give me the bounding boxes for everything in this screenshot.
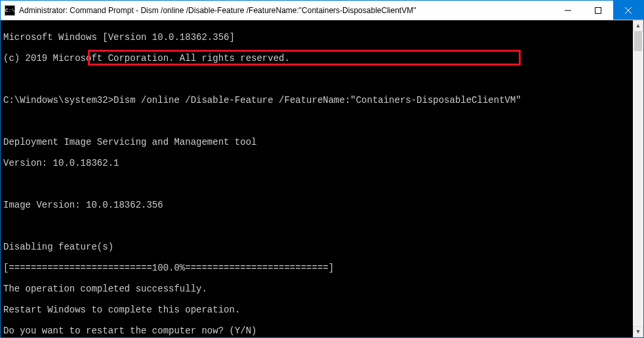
- window-titlebar: C:\ Administrator: Command Prompt - Dism…: [1, 1, 643, 20]
- terminal-line: Restart Windows to complete this operati…: [3, 305, 630, 315]
- maximize-button[interactable]: [583, 1, 613, 20]
- terminal-output[interactable]: Microsoft Windows [Version 10.0.18362.35…: [1, 20, 633, 337]
- restart-prompt-line[interactable]: Do you want to restart the computer now?…: [3, 326, 630, 336]
- prompt-prefix: C:\Windows\system32>: [3, 95, 113, 105]
- minimize-button[interactable]: [553, 1, 583, 20]
- terminal-line: Deployment Image Servicing and Managemen…: [3, 137, 630, 147]
- scroll-thumb[interactable]: [634, 31, 642, 51]
- window-title: Administrator: Command Prompt - Dism /on…: [19, 6, 416, 15]
- svg-rect-1: [595, 7, 601, 13]
- vertical-scrollbar[interactable]: ▲ ▼: [633, 20, 643, 337]
- terminal-line: The operation completed successfully.: [3, 284, 630, 294]
- scroll-up-arrow-icon[interactable]: ▲: [633, 20, 643, 31]
- terminal-line: (c) 2019 Microsoft Corporation. All righ…: [3, 53, 630, 64]
- scroll-track[interactable]: [633, 31, 643, 326]
- terminal-line: Version: 10.0.18362.1: [3, 158, 630, 168]
- titlebar-left: C:\ Administrator: Command Prompt - Dism…: [1, 5, 416, 16]
- terminal-line: [3, 116, 630, 126]
- terminal-prompt-line: C:\Windows\system32>Dism /online /Disabl…: [3, 95, 630, 105]
- close-button[interactable]: [613, 1, 643, 20]
- terminal-line: Image Version: 10.0.18362.356: [3, 200, 630, 210]
- window-controls: [553, 1, 643, 20]
- terminal-line: [3, 221, 630, 231]
- terminal-line: [3, 179, 630, 189]
- scroll-down-arrow-icon[interactable]: ▼: [633, 326, 643, 337]
- cmd-icon: C:\: [5, 5, 15, 16]
- terminal-line: Microsoft Windows [Version 10.0.18362.35…: [3, 32, 630, 43]
- terminal-line: Disabling feature(s): [3, 242, 630, 252]
- terminal-area: Microsoft Windows [Version 10.0.18362.35…: [1, 20, 643, 337]
- terminal-line: [3, 74, 630, 84]
- command-text: Dism /online /Disable-Feature /FeatureNa…: [113, 95, 521, 105]
- progress-bar-line: [==========================100.0%=======…: [3, 263, 630, 273]
